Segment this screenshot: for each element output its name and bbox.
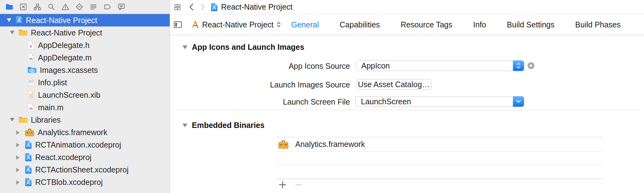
folder-icon — [5, 3, 13, 11]
tab-info[interactable]: Info — [473, 20, 486, 29]
report-navigator-button[interactable] — [117, 3, 125, 11]
disclosure-open-icon[interactable] — [7, 18, 11, 22]
add-binary-button[interactable] — [278, 181, 287, 189]
item-label: main.m — [38, 103, 64, 112]
disclosure-closed-icon[interactable] — [16, 180, 21, 184]
combobox-dropdown-button[interactable] — [513, 96, 524, 107]
section-title: App Icons and Launch Images — [192, 43, 304, 52]
warning-triangle-icon — [61, 3, 69, 11]
disclosure-closed-icon[interactable] — [16, 168, 21, 172]
xcode-project-icon — [15, 16, 23, 25]
tab-capabilities[interactable]: Capabilities — [340, 20, 380, 29]
use-asset-catalog-button[interactable]: Use Asset Catalog… — [356, 79, 432, 90]
section-title: Embedded Binaries — [192, 121, 264, 130]
sidebar-item-file[interactable]: Images.xcassets — [0, 64, 170, 76]
sidebar-item-file[interactable]: main.m — [0, 101, 170, 114]
disclosure-closed-icon[interactable] — [16, 155, 21, 159]
chevron-right-icon — [201, 3, 206, 11]
target-selector[interactable]: React-Native Project — [191, 20, 281, 29]
section-embedded-binaries-heading: Embedded Binaries — [182, 121, 264, 130]
find-navigator-button[interactable] — [47, 3, 55, 11]
symbol-navigator-button[interactable] — [33, 3, 41, 11]
sidebar-item-group[interactable]: Libraries — [0, 114, 170, 126]
jump-bar-title: React-Native Project — [221, 2, 292, 12]
editor-area: React-Native Project React-Native Projec… — [170, 0, 644, 193]
tab-build-settings[interactable]: Build Settings — [507, 20, 555, 29]
item-label: RCTAnimation.xcodeproj — [35, 140, 121, 149]
source-control-navigator-button[interactable] — [19, 3, 27, 11]
sidebar-item-framework[interactable]: Analytics.framework — [0, 126, 170, 139]
forward-button[interactable] — [201, 3, 206, 11]
disclosure-triangle-icon[interactable] — [182, 45, 187, 49]
embedded-binaries-list: Analytics.framework — [276, 137, 603, 179]
back-button[interactable] — [189, 3, 194, 11]
launch-screen-file-combobox[interactable]: LaunchScreen — [355, 96, 524, 107]
asset-catalog-icon — [27, 66, 37, 74]
sidebar-item-project-root[interactable]: React-Native Project — [0, 14, 170, 26]
disclosure-open-icon[interactable] — [10, 118, 14, 122]
item-label: LaunchScreen.xib — [38, 91, 100, 100]
app-icons-source-popup[interactable]: AppIcon — [356, 60, 524, 71]
combobox-value: LaunchScreen — [356, 97, 411, 106]
sidebar-item-file[interactable]: LaunchScreen.xib — [0, 89, 170, 101]
popup-value: AppIcon — [356, 61, 390, 70]
sidebar-item-file[interactable]: AppDelegate.m — [0, 51, 170, 64]
disclosure-closed-icon[interactable] — [16, 143, 21, 147]
tab-resource-tags[interactable]: Resource Tags — [400, 20, 452, 29]
general-pane: App Icons and Launch Images App Icons So… — [170, 35, 644, 193]
objc-file-icon — [27, 53, 35, 62]
sidebar-item-file[interactable]: Info.plist — [0, 76, 170, 89]
project-navigator-button[interactable] — [5, 3, 13, 11]
disclosure-closed-icon[interactable] — [16, 130, 21, 134]
plus-icon — [278, 181, 287, 189]
sidebar-toggle-icon — [173, 21, 182, 29]
test-navigator-button[interactable] — [75, 3, 83, 11]
sidebar-item-subproject[interactable]: React.xcodeproj — [0, 151, 170, 163]
issue-navigator-button[interactable] — [61, 3, 69, 11]
project-editor-header: React-Native Project General Capabilitie… — [170, 14, 644, 35]
embedded-binaries-actions — [278, 181, 302, 189]
navigator-sidebar: React-Native Project React-Native Projec… — [0, 0, 170, 193]
sidebar-item-subproject[interactable]: RCTActionSheet.xcodeproj — [0, 163, 170, 176]
search-icon — [47, 3, 55, 11]
sidebar-item-file[interactable]: AppDelegate.h — [0, 39, 170, 51]
breakpoint-navigator-button[interactable] — [103, 3, 111, 11]
objc-file-icon — [27, 103, 35, 112]
launch-screen-file-label: Launch Screen File — [170, 97, 350, 106]
sidebar-item-subproject[interactable]: RCTAnimation.xcodeproj — [0, 139, 170, 151]
xcode-project-icon — [25, 165, 32, 174]
target-name: React-Native Project — [202, 20, 273, 29]
section-app-icons-heading: App Icons and Launch Images — [182, 43, 304, 52]
app-icons-source-label: App Icons Source — [170, 62, 350, 71]
plist-file-icon — [27, 78, 35, 87]
framework-icon — [25, 128, 35, 137]
disclosure-triangle-icon[interactable] — [182, 124, 187, 127]
targets-sidebar-toggle-button[interactable] — [173, 21, 182, 29]
remove-binary-button[interactable] — [295, 181, 302, 189]
sidebar-item-subproject[interactable]: RCTBlob.xcodeproj — [0, 176, 170, 188]
file-tree: React-Native Project React-Native Projec… — [0, 14, 170, 193]
sidebar-item-group[interactable]: React-Native Project — [0, 26, 170, 39]
item-label: Analytics.framework — [38, 128, 107, 137]
tab-general[interactable]: General — [291, 20, 319, 29]
related-items-button[interactable] — [174, 3, 181, 11]
item-label: Libraries — [31, 115, 61, 125]
item-label: AppDelegate.h — [38, 41, 89, 50]
navigator-toolbar — [0, 0, 170, 14]
item-label: Info.plist — [38, 78, 67, 87]
item-label: React-Native Project — [31, 28, 102, 37]
embedded-binary-row[interactable]: Analytics.framework — [276, 137, 603, 152]
app-icons-jump-arrow-button[interactable] — [527, 62, 535, 70]
folder-icon — [18, 29, 28, 36]
breakpoint-tag-icon — [103, 3, 111, 11]
chevron-left-icon — [189, 3, 194, 11]
launch-images-source-label: Launch Images Source — [170, 80, 350, 89]
minus-icon — [295, 181, 302, 189]
debug-navigator-button[interactable] — [89, 3, 97, 11]
speech-bubble-icon — [117, 3, 125, 11]
item-label: RCTBlob.xcodeproj — [35, 178, 103, 187]
disclosure-open-icon[interactable] — [10, 31, 14, 35]
tab-build-phases[interactable]: Build Phases — [575, 20, 621, 29]
empty-list-row — [276, 152, 603, 165]
stepper-chevrons-icon — [513, 60, 524, 71]
